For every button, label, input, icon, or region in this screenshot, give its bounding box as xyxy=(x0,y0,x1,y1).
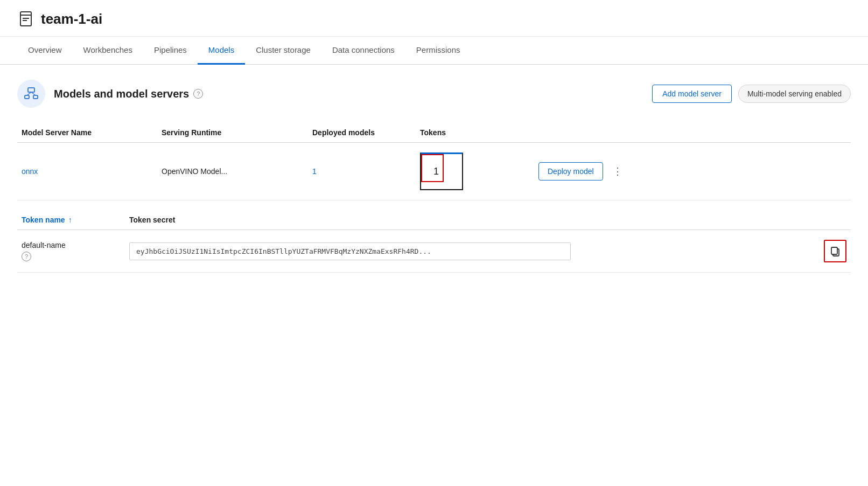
col-header-runtime: Serving Runtime xyxy=(157,128,308,137)
tab-permissions[interactable]: Permissions xyxy=(405,37,471,65)
token-name-text: default-name xyxy=(22,241,121,249)
token-name-sort-link[interactable]: Token name xyxy=(22,216,65,224)
kebab-menu-button[interactable]: ⋮ xyxy=(608,164,627,178)
section-header: Models and model servers ? Add model ser… xyxy=(17,80,851,108)
token-name-header: Token name ↑ xyxy=(17,216,125,224)
cell-row-actions: Deploy model ⋮ xyxy=(534,162,851,180)
tab-data-connections[interactable]: Data connections xyxy=(321,37,405,65)
nav-tabs: Overview Workbenches Pipelines Models Cl… xyxy=(0,37,868,65)
multi-model-badge: Multi-model serving enabled xyxy=(738,85,851,103)
col-header-tokens: Tokens xyxy=(416,128,534,137)
add-model-server-button[interactable]: Add model server xyxy=(652,85,732,103)
col-header-deployed: Deployed models xyxy=(308,128,416,137)
svg-rect-5 xyxy=(25,95,29,99)
token-help-icon[interactable]: ? xyxy=(22,252,31,261)
copy-icon xyxy=(830,246,841,256)
document-icon xyxy=(17,10,34,29)
page-title: team-1-ai xyxy=(41,11,102,27)
tokens-highlight-box xyxy=(421,154,444,182)
token-expanded-section: Token name ↑ Token secret default-name ?… xyxy=(17,200,851,273)
models-icon xyxy=(24,86,39,102)
token-help-group: ? xyxy=(22,252,121,261)
main-content: Models and model servers ? Add model ser… xyxy=(0,65,868,288)
deploy-model-button[interactable]: Deploy model xyxy=(538,162,603,180)
tab-cluster-storage[interactable]: Cluster storage xyxy=(245,37,321,65)
copy-token-button[interactable] xyxy=(824,240,846,262)
tokens-count: 1 xyxy=(433,166,439,177)
tokens-box[interactable]: 1 xyxy=(420,152,463,190)
token-copy-cell xyxy=(820,240,851,262)
col-header-actions xyxy=(534,128,851,137)
token-name-cell: default-name ? xyxy=(17,241,125,261)
section-help-icon[interactable]: ? xyxy=(193,89,203,99)
token-secret-header: Token secret xyxy=(125,216,851,224)
table-row: onnx OpenVINO Model... 1 1 Deploy model … xyxy=(17,143,851,200)
tab-workbenches[interactable]: Workbenches xyxy=(73,37,143,65)
model-name-link[interactable]: onnx xyxy=(22,167,38,176)
cell-tokens: 1 xyxy=(416,152,534,190)
sort-arrow-icon: ↑ xyxy=(68,216,72,224)
deployed-count-link[interactable]: 1 xyxy=(312,167,317,176)
section-title: Models and model servers xyxy=(54,88,189,100)
svg-rect-10 xyxy=(831,247,837,254)
tab-pipelines[interactable]: Pipelines xyxy=(143,37,198,65)
token-secret-value: eyJhbGciOiJSUzI1NiIsImtpcZCI6InBSTllpYUZ… xyxy=(129,242,571,260)
svg-rect-6 xyxy=(33,95,38,99)
cell-model-name: onnx xyxy=(17,167,157,176)
section-icon-wrap xyxy=(17,80,45,108)
table-header: Model Server Name Serving Runtime Deploy… xyxy=(17,123,851,143)
section-title-group: Models and model servers ? xyxy=(54,88,643,100)
token-secret-cell: eyJhbGciOiJSUzI1NiIsImtpcZCI6InBSTllpYUZ… xyxy=(125,242,820,260)
top-bar: team-1-ai xyxy=(0,0,868,37)
token-sub-header: Token name ↑ Token secret xyxy=(17,210,851,230)
cell-runtime: OpenVINO Model... xyxy=(157,167,308,176)
col-header-name: Model Server Name xyxy=(17,128,157,137)
tab-models[interactable]: Models xyxy=(198,37,245,65)
svg-rect-4 xyxy=(28,88,34,92)
header-actions: Add model server Multi-model serving ena… xyxy=(652,85,851,103)
cell-deployed: 1 xyxy=(308,167,416,176)
row-actions-group: Deploy model ⋮ xyxy=(538,162,846,180)
tab-overview[interactable]: Overview xyxy=(17,37,73,65)
token-row: default-name ? eyJhbGciOiJSUzI1NiIsImtpc… xyxy=(17,230,851,273)
